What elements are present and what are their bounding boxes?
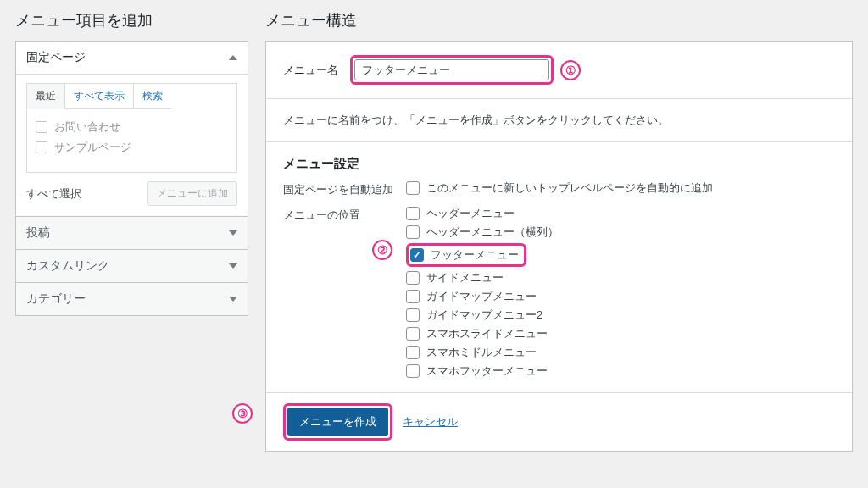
location-label: ヘッダーメニュー [426,206,515,221]
metabox-categories-toggle[interactable]: カテゴリー [16,283,248,315]
metabox-pages-title: 固定ページ [26,50,86,65]
highlight-create-button: メニューを作成 [283,403,392,441]
checkbox-icon[interactable] [406,364,420,378]
checkbox-icon[interactable] [406,346,420,359]
location-option[interactable]: スマホミドルメニュー [406,345,835,360]
page-item-label: サンプルページ [54,140,131,155]
instruction-text: メニューに名前をつけ、「メニューを作成」ボタンをクリックしてください。 [283,113,835,128]
location-option[interactable]: ヘッダーメニュー [406,206,835,221]
create-menu-button[interactable]: メニューを作成 [287,408,388,436]
metabox-custom-links-title: カスタムリンク [26,258,109,274]
metabox-custom-links-toggle[interactable]: カスタムリンク [16,250,248,282]
metabox-categories-title: カテゴリー [26,291,86,307]
tab-recent[interactable]: 最近 [27,84,65,109]
checkbox-icon[interactable] [410,248,424,262]
auto-add-label: 固定ページを自動追加 [283,180,406,197]
metabox-pages-toggle[interactable]: 固定ページ [16,42,248,74]
callout-1-icon: ① [560,60,581,80]
checkbox-icon[interactable] [36,121,47,133]
add-to-menu-button[interactable]: メニューに追加 [147,181,237,206]
location-option[interactable]: ガイドマップメニュー2 [406,308,835,323]
location-option[interactable]: ②フッターメニュー [406,243,835,267]
cancel-link[interactable]: キャンセル [403,414,458,430]
menu-locations-list: ヘッダーメニューヘッダーメニュー（横列）②フッターメニューサイドメニューガイドマ… [406,206,835,379]
menu-name-input[interactable] [354,59,549,80]
checkbox-icon[interactable] [406,290,420,303]
select-all-link[interactable]: すべて選択 [26,186,81,202]
location-label: フッターメニュー [431,247,519,263]
location-option[interactable]: ガイドマップメニュー [406,289,835,304]
add-items-heading: メニュー項目を追加 [15,10,248,30]
location-label: ガイドマップメニュー2 [426,308,542,323]
pages-list: お問い合わせ サンプルページ [26,109,237,173]
tab-search[interactable]: 検索 [134,84,171,109]
location-label: スマホミドルメニュー [426,345,537,360]
location-label: ガイドマップメニュー [426,289,537,304]
auto-add-option[interactable]: このメニューに新しいトップレベルページを自動的に追加 [406,180,835,196]
location-option[interactable]: スマホフッターメニュー [406,363,835,379]
metabox-custom-links: カスタムリンク [15,249,248,283]
checkbox-icon[interactable] [406,308,420,322]
page-item-label: お問い合わせ [54,119,120,135]
checkbox-icon[interactable] [406,207,420,220]
tab-all[interactable]: すべて表示 [65,84,134,109]
checkbox-icon[interactable] [406,327,420,341]
callout-2-icon: ② [372,240,392,260]
location-label: スマホフッターメニュー [426,363,548,379]
checkbox-icon[interactable] [406,271,420,285]
metabox-posts-toggle[interactable]: 投稿 [16,217,248,249]
page-item[interactable]: サンプルページ [36,140,228,155]
chevron-down-icon [229,297,237,302]
checkbox-icon[interactable] [406,225,420,239]
chevron-down-icon [229,263,237,269]
pages-tabs: 最近 すべて表示 検索 [26,83,237,109]
metabox-posts-title: 投稿 [26,225,50,241]
menu-panel: メニュー名 ① メニューに名前をつけ、「メニューを作成」ボタンをクリックしてくだ… [265,41,853,452]
chevron-down-icon [229,230,237,236]
chevron-up-icon [229,55,237,60]
location-label: サイドメニュー [426,270,504,286]
menu-structure-heading: メニュー構造 [265,10,853,30]
metabox-posts: 投稿 [15,216,248,250]
location-label: スマホスライドメニュー [426,326,548,341]
checkbox-icon[interactable] [406,181,420,195]
menu-settings-heading: メニュー設定 [283,156,835,172]
callout-3-icon: ③ [232,403,253,424]
auto-add-option-label: このメニューに新しいトップレベルページを自動的に追加 [426,180,713,196]
metabox-categories: カテゴリー [15,282,248,316]
highlight-menu-name [350,55,554,85]
location-option[interactable]: ヘッダーメニュー（横列） [406,225,835,240]
menu-name-label: メニュー名 [283,63,338,78]
location-option[interactable]: スマホスライドメニュー [406,326,835,341]
highlight-location: フッターメニュー [406,243,526,267]
menu-location-label: メニューの位置 [283,206,406,223]
checkbox-icon[interactable] [36,141,47,153]
metabox-pages: 固定ページ 最近 すべて表示 検索 お問い合わせ サンプルページ [15,41,248,217]
location-option[interactable]: サイドメニュー [406,270,835,286]
location-label: ヘッダーメニュー（横列） [426,225,559,240]
page-item[interactable]: お問い合わせ [36,119,228,135]
